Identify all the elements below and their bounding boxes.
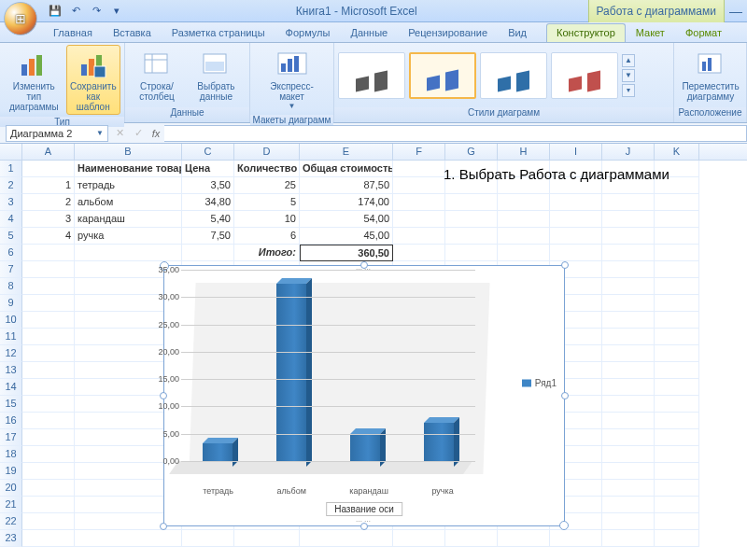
chart-style-thumb[interactable] [409,52,476,99]
chart-bar[interactable] [203,443,233,461]
cell[interactable] [550,194,602,211]
cell[interactable] [655,329,699,345]
cell[interactable] [182,245,234,261]
cell[interactable] [602,245,655,261]
row-header[interactable]: 14 [0,379,22,396]
cell[interactable] [445,530,498,547]
row-header[interactable]: 16 [0,413,22,429]
cell[interactable]: 3 [22,211,75,228]
formula-input[interactable] [164,125,747,142]
cell[interactable]: 25 [234,177,300,194]
cell[interactable] [550,211,602,228]
fx-icon[interactable]: fx [148,128,164,139]
cell[interactable] [393,161,445,177]
cell[interactable] [393,228,445,245]
cell[interactable] [445,194,498,211]
cell[interactable] [655,446,699,463]
redo-icon[interactable]: ↷ [88,3,105,20]
cell[interactable]: 3,50 [182,177,234,194]
cell[interactable] [655,463,699,480]
cell[interactable] [445,228,498,245]
cell[interactable] [655,396,699,413]
minimize-icon[interactable]: — [725,4,747,19]
row-header[interactable]: 13 [0,362,22,379]
cell[interactable] [655,413,699,429]
chart-style-thumb[interactable] [338,52,405,99]
chart-style-thumb[interactable] [480,52,547,99]
row-header[interactable]: 8 [0,278,22,295]
row-header[interactable]: 2 [0,177,22,194]
row-header[interactable]: 20 [0,480,22,497]
cell[interactable]: 34,80 [182,194,234,211]
cell[interactable] [602,413,655,429]
cell[interactable] [602,396,655,413]
cell[interactable]: Общая стоимость [300,161,393,177]
cell[interactable] [22,429,75,446]
cell[interactable] [655,261,699,278]
cell[interactable]: 2 [22,194,75,211]
cell[interactable] [550,228,602,245]
chevron-down-icon[interactable]: ▼ [622,69,635,82]
cell[interactable] [655,497,699,513]
cell[interactable]: 7,50 [182,228,234,245]
gallery-scroll[interactable]: ▲▼▾ [622,54,635,97]
cell[interactable] [498,194,550,211]
chart-bar[interactable] [350,434,380,461]
cell[interactable] [182,530,234,547]
tab-view[interactable]: Вид [498,23,537,42]
cell[interactable]: Итого: [234,245,300,261]
chart-style-thumb[interactable] [551,52,618,99]
more-icon[interactable]: ▾ [622,84,635,97]
worksheet-grid[interactable]: ABCDEFGHIJK 1234567891011121314151617181… [0,144,747,560]
quick-layout-button[interactable]: Экспресс-макет ▼ [254,45,330,113]
embedded-chart[interactable]: ⋯⋯ 0,005,0010,0015,0020,0025,0030,0035,0… [163,265,565,526]
cell[interactable]: альбом [75,194,182,211]
cell[interactable] [393,194,445,211]
row-header[interactable]: 3 [0,194,22,211]
chevron-down-icon[interactable]: ▼ [96,129,104,137]
row-header[interactable]: 21 [0,497,22,513]
undo-icon[interactable]: ↶ [67,3,84,20]
cell[interactable] [22,446,75,463]
cell[interactable]: 174,00 [300,194,393,211]
tab-format[interactable]: Формат [675,23,732,42]
cell[interactable] [655,530,699,547]
cell[interactable]: Наименование товара [75,161,182,177]
cell[interactable] [602,379,655,396]
chart-drag-handle[interactable]: ⋯⋯ [164,518,564,525]
row-header[interactable]: 9 [0,295,22,312]
column-header[interactable]: D [234,144,300,160]
change-chart-type-button[interactable]: Изменить тип диаграммы [4,45,64,115]
cell[interactable] [602,228,655,245]
cell[interactable] [22,480,75,497]
row-header[interactable]: 22 [0,513,22,530]
cell[interactable]: карандаш [75,211,182,228]
cell[interactable] [655,295,699,312]
cell[interactable] [393,245,445,261]
cell[interactable]: ручка [75,228,182,245]
tab-formulas[interactable]: Формулы [275,23,341,42]
cell[interactable] [655,429,699,446]
column-header[interactable]: C [182,144,234,160]
cell[interactable] [498,530,550,547]
cell[interactable] [498,228,550,245]
column-header[interactable]: H [498,144,550,160]
cell[interactable] [655,379,699,396]
row-header[interactable]: 4 [0,211,22,228]
cell[interactable] [75,530,182,547]
cell[interactable] [655,194,699,211]
cell[interactable] [498,245,550,261]
column-header[interactable]: A [22,144,75,160]
cell[interactable] [22,463,75,480]
row-header[interactable]: 15 [0,396,22,413]
cell[interactable]: 6 [234,228,300,245]
cell[interactable] [655,513,699,530]
cell[interactable] [655,480,699,497]
row-header[interactable]: 10 [0,312,22,329]
cell[interactable] [22,497,75,513]
cell[interactable] [655,278,699,295]
cell[interactable] [22,413,75,429]
cell[interactable]: 5,40 [182,211,234,228]
tab-insert[interactable]: Вставка [103,23,162,42]
cell[interactable] [602,329,655,345]
